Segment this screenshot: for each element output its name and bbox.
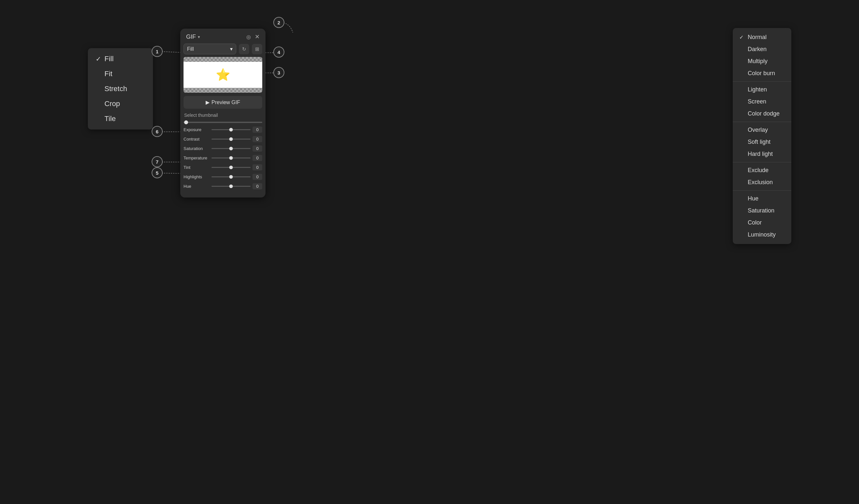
gif-preview-button-label: Preview GIF xyxy=(211,100,240,105)
adj-label-tint: Tint xyxy=(183,165,210,170)
blend-check-normal: ✓ xyxy=(739,34,744,40)
fill-option-fit[interactable]: ✓ Fit xyxy=(88,66,153,81)
thumbnail-slider-thumb xyxy=(184,120,188,124)
gif-crop-button[interactable]: ⊞ xyxy=(252,44,262,54)
blend-item-luminosity[interactable]: ✓ Luminosity xyxy=(733,229,791,241)
gif-opacity-icon[interactable]: ◎ xyxy=(246,34,251,40)
adj-label-exposure: Exposure xyxy=(183,127,210,132)
gif-star-preview: ⭐ xyxy=(216,69,230,81)
adjustment-row-temperature: Temperature 0 xyxy=(180,153,266,163)
adjustment-row-highlights: Highlights 0 xyxy=(180,172,266,182)
blend-item-color[interactable]: ✓ Color xyxy=(733,217,791,229)
adj-slider-tint[interactable] xyxy=(211,167,251,168)
blend-item-exclusion[interactable]: ✓ Exclusion xyxy=(733,177,791,188)
adjustment-row-hue: Hue 0 xyxy=(180,182,266,191)
gif-close-icon[interactable]: ✕ xyxy=(255,33,260,40)
annotation-5: 5 xyxy=(152,167,163,178)
annotation-4-label: 4 xyxy=(277,49,280,55)
adj-value-highlights: 0 xyxy=(253,174,262,180)
adj-label-temperature: Temperature xyxy=(183,155,210,161)
blend-item-hardlight[interactable]: ✓ Hard light xyxy=(733,148,791,160)
fill-option-fill-label: Fill xyxy=(104,55,114,63)
gif-title: GIF ▾ xyxy=(186,33,200,40)
blend-item-softlight[interactable]: ✓ Soft light xyxy=(733,136,791,148)
blend-item-lighten[interactable]: ✓ Lighten xyxy=(733,83,791,96)
adj-value-temperature: 0 xyxy=(253,155,262,161)
adj-value-saturation: 0 xyxy=(253,146,262,152)
fill-dropdown: ✓ Fill ✓ Fit ✓ Stretch ✓ Crop ✓ Tile xyxy=(88,48,153,129)
adj-slider-exposure[interactable] xyxy=(211,129,251,130)
gif-title-text: GIF xyxy=(186,33,196,40)
annotation-6-label: 6 xyxy=(156,129,159,134)
blend-item-darken[interactable]: ✓ Darken xyxy=(733,43,791,55)
annotation-4: 4 xyxy=(273,47,284,58)
adj-slider-highlights[interactable] xyxy=(211,177,251,177)
fill-option-crop[interactable]: ✓ Crop xyxy=(88,96,153,111)
blend-divider-1 xyxy=(733,81,791,82)
svg-line-3 xyxy=(160,173,183,173)
adj-value-tint: 0 xyxy=(253,164,262,170)
blend-label-hue: Hue xyxy=(748,195,758,202)
adjustments-container: Exposure 0 Contrast 0 Saturation 0 Tempe… xyxy=(180,125,266,191)
blend-label-exclusion: Exclusion xyxy=(748,179,773,186)
thumbnail-slider[interactable] xyxy=(180,120,266,125)
blend-label-normal: Normal xyxy=(748,34,767,41)
adj-slider-saturation[interactable] xyxy=(211,148,251,149)
adj-value-contrast: 0 xyxy=(253,136,262,142)
adj-handle-exposure xyxy=(229,128,233,132)
blend-divider-2 xyxy=(733,122,791,122)
annotation-3: 3 xyxy=(273,67,284,78)
blend-item-exclude[interactable]: ✓ Exclude xyxy=(733,164,791,177)
blend-label-exclude: Exclude xyxy=(748,167,769,174)
annotation-2-label: 2 xyxy=(277,20,280,25)
adjustment-row-contrast: Contrast 0 xyxy=(180,134,266,144)
blend-label-hardlight: Hard light xyxy=(748,151,773,157)
gif-thumbnail-label: Select thumbnail xyxy=(180,109,266,120)
blend-item-colordodge[interactable]: ✓ Color dodge xyxy=(733,108,791,120)
blend-mode-dropdown: ✓ Normal ✓ Darken ✓ Multiply ✓ Color bur… xyxy=(733,28,791,244)
blend-item-colorburn[interactable]: ✓ Color burn xyxy=(733,67,791,79)
annotation-7-label: 7 xyxy=(156,159,159,165)
gif-play-icon: ▶ xyxy=(206,99,210,105)
blend-item-overlay[interactable]: ✓ Overlay xyxy=(733,124,791,136)
blend-item-hue[interactable]: ✓ Hue xyxy=(733,193,791,205)
blend-label-multiply: Multiply xyxy=(748,58,768,65)
gif-preview-button[interactable]: ▶ Preview GIF xyxy=(183,96,262,109)
fill-option-fill[interactable]: ✓ Fill xyxy=(88,51,153,66)
adj-slider-hue[interactable] xyxy=(211,186,251,187)
gif-fill-select[interactable]: Fill ▾ xyxy=(183,44,236,54)
blend-divider-4 xyxy=(733,190,791,191)
gif-panel: GIF ▾ ◎ ✕ Fill ▾ ↻ ⊞ ⭐ ▶ Preview GIF Sel… xyxy=(180,29,266,198)
gif-panel-header: GIF ▾ ◎ ✕ xyxy=(180,29,266,44)
annotation-2: 2 xyxy=(273,17,284,28)
blend-item-screen[interactable]: ✓ Screen xyxy=(733,96,791,108)
gif-fill-value: Fill xyxy=(187,46,194,52)
adj-value-exposure: 0 xyxy=(253,126,262,133)
blend-item-saturation[interactable]: ✓ Saturation xyxy=(733,205,791,217)
fill-option-stretch[interactable]: ✓ Stretch xyxy=(88,81,153,96)
blend-label-overlay: Overlay xyxy=(748,126,768,133)
fill-option-stretch-label: Stretch xyxy=(104,85,127,93)
gif-rotate-button[interactable]: ↻ xyxy=(239,44,249,54)
blend-divider-3 xyxy=(733,162,791,162)
blend-item-normal[interactable]: ✓ Normal xyxy=(733,31,791,43)
blend-label-softlight: Soft light xyxy=(748,139,770,146)
annotation-3-label: 3 xyxy=(277,70,280,76)
annotation-5-label: 5 xyxy=(156,170,159,176)
gif-chevron-icon[interactable]: ▾ xyxy=(198,34,200,40)
fill-option-fit-label: Fit xyxy=(104,70,112,78)
adj-handle-saturation xyxy=(229,147,233,150)
adj-value-hue: 0 xyxy=(253,183,262,189)
blend-label-lighten: Lighten xyxy=(748,86,767,93)
adj-handle-temperature xyxy=(229,156,233,160)
gif-preview-area: ⭐ xyxy=(183,57,262,93)
blend-item-multiply[interactable]: ✓ Multiply xyxy=(733,55,791,67)
gif-header-icons: ◎ ✕ xyxy=(246,33,260,40)
annotation-6: 6 xyxy=(152,126,163,137)
adj-slider-contrast[interactable] xyxy=(211,139,251,140)
fill-option-tile[interactable]: ✓ Tile xyxy=(88,111,153,126)
check-icon: ✓ xyxy=(96,55,101,63)
adj-slider-temperature[interactable] xyxy=(211,157,251,158)
annotation-1-label: 1 xyxy=(156,49,159,54)
adj-label-saturation: Saturation xyxy=(183,146,210,151)
